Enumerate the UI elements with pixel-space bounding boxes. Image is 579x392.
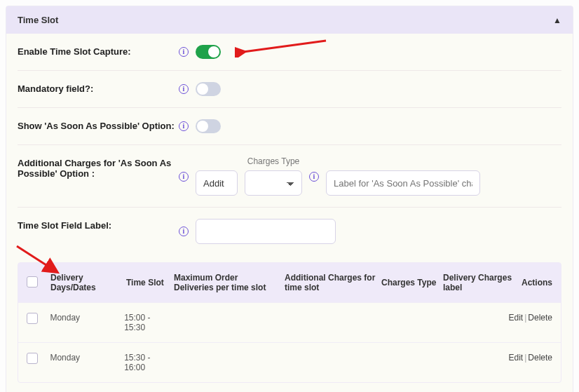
panel-title: Time Slot [18, 15, 58, 25]
enable-label: Enable Time Slot Capture: [18, 45, 179, 57]
charges-label-input[interactable] [326, 170, 480, 196]
th-days: Delivery Days/Dates [50, 273, 121, 292]
asap-label: Show 'As Soon As Possible' Option: [18, 119, 179, 131]
row-enable-capture: Enable Time Slot Capture: i [18, 34, 561, 71]
mandatory-toggle[interactable] [196, 82, 221, 96]
info-icon[interactable]: i [179, 227, 189, 236]
row-checkbox[interactable] [27, 313, 38, 324]
cell-days: Monday [50, 353, 118, 363]
charges-type-select[interactable] [245, 170, 302, 196]
cell-actions: Edit|Delete [509, 353, 553, 363]
th-actions: Actions [519, 278, 552, 288]
info-icon[interactable]: i [309, 172, 319, 182]
table-row: Monday15:00 - 15:30Edit|Delete [18, 302, 561, 342]
charges-label: Additional Charges for 'As Soon As Possi… [18, 156, 179, 179]
row-field-label: Time Slot Field Label: i [18, 208, 561, 255]
cell-days: Monday [50, 313, 118, 323]
panel-body: Enable Time Slot Capture: i Mandatory fi… [6, 34, 573, 392]
row-mandatory: Mandatory field?: i [18, 71, 561, 108]
row-asap: Show 'As Soon As Possible' Option: i [18, 108, 561, 145]
edit-link[interactable]: Edit [509, 353, 524, 363]
cell-actions: Edit|Delete [509, 313, 553, 323]
th-slot: Time Slot [126, 278, 168, 288]
mandatory-label: Mandatory field?: [18, 82, 179, 94]
time-slot-table: Delivery Days/Dates Time Slot Maximum Or… [18, 262, 561, 383]
th-dlabel: Delivery Charges label [443, 273, 513, 292]
info-icon[interactable]: i [179, 47, 189, 57]
info-icon[interactable]: i [179, 84, 189, 94]
cell-slot: 15:00 - 15:30 [124, 313, 165, 332]
th-max: Maximum Order Deliveries per time slot [174, 273, 279, 292]
charges-amount-input[interactable] [196, 170, 238, 196]
th-add: Additional Charges for time slot [285, 273, 376, 292]
row-additional-charges: Additional Charges for 'As Soon As Possi… [18, 145, 561, 208]
enable-toggle[interactable] [196, 45, 221, 59]
select-all-checkbox[interactable] [27, 276, 38, 288]
panel-header[interactable]: Time Slot ▲ [6, 6, 573, 34]
cell-slot: 15:30 - 16:00 [124, 353, 165, 372]
info-icon[interactable]: i [179, 121, 189, 131]
fieldlabel-label: Time Slot Field Label: [18, 219, 179, 231]
field-label-input[interactable] [196, 219, 336, 244]
table-row: Monday15:30 - 16:00Edit|Delete [18, 342, 561, 382]
delete-link[interactable]: Delete [528, 353, 552, 363]
info-icon[interactable]: i [179, 172, 189, 182]
charges-type-label: Charges Type [247, 156, 300, 166]
asap-toggle[interactable] [196, 119, 221, 133]
row-checkbox[interactable] [27, 353, 38, 364]
time-slot-panel: Time Slot ▲ Enable Time Slot Capture: i … [6, 6, 573, 392]
edit-link[interactable]: Edit [509, 313, 524, 323]
table-header: Delivery Days/Dates Time Slot Maximum Or… [18, 263, 561, 302]
chevron-up-icon: ▲ [553, 15, 561, 25]
th-ctype: Charges Type [381, 278, 437, 288]
delete-link[interactable]: Delete [528, 313, 552, 323]
